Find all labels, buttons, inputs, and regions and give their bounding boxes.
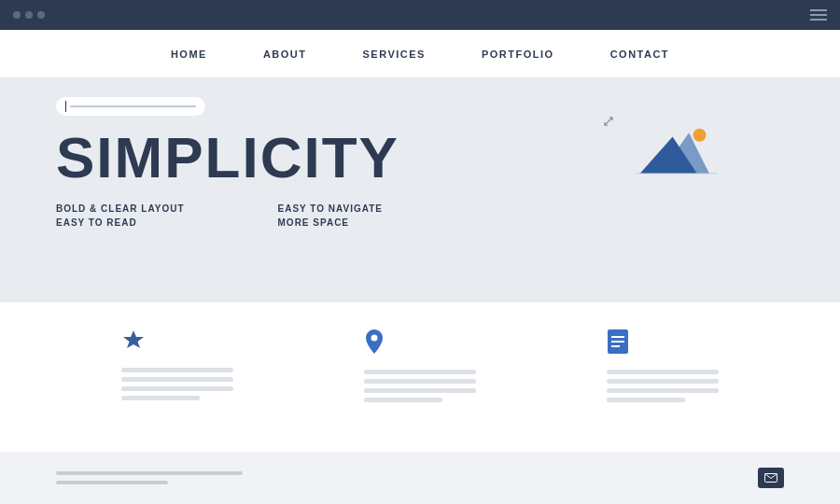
star-icon [121, 329, 146, 358]
nav-home[interactable]: HOME [171, 49, 207, 60]
footer [0, 452, 840, 504]
hero-features: BOLD & CLEAR LAYOUT EASY TO READ EASY TO… [56, 203, 784, 228]
search-line [70, 105, 196, 107]
hero-feature-bold: BOLD & CLEAR LAYOUT [56, 203, 185, 214]
feature-lines-2 [364, 370, 476, 402]
resize-icon [601, 114, 616, 132]
svg-line-0 [605, 118, 612, 125]
footer-line-short [56, 481, 168, 484]
footer-lines [56, 471, 243, 484]
hero-section: SIMPLICITY BOLD & CLEAR LAYOUT EASY TO R… [0, 78, 840, 302]
feature-line [121, 386, 233, 391]
topbar [0, 0, 840, 30]
dot-1 [13, 11, 21, 19]
document-icon [607, 329, 629, 360]
feature-line [364, 379, 476, 384]
feature-line-short [607, 398, 685, 402]
mountain-illustration [635, 120, 719, 189]
feature-line [364, 370, 476, 374]
nav-about[interactable]: ABOUT [263, 49, 307, 60]
search-cursor [65, 101, 66, 112]
feature-line [607, 370, 719, 374]
feature-lines-1 [121, 368, 233, 400]
feature-line [364, 388, 476, 393]
pin-icon [364, 329, 385, 360]
feature-line-short [121, 396, 200, 400]
feature-line [607, 388, 719, 393]
feature-line [121, 377, 233, 382]
navbar: HOME ABOUT SERVICES PORTFOLIO CONTACT [0, 30, 840, 78]
dot-3 [37, 11, 45, 19]
svg-marker-5 [123, 330, 144, 348]
svg-point-6 [371, 335, 378, 342]
dot-2 [25, 11, 33, 19]
nav-services[interactable]: SERVICES [363, 49, 426, 60]
search-bar[interactable] [56, 97, 205, 116]
feature-card-pin [364, 329, 476, 433]
hero-feature-right: EASY TO NAVIGATE MORE SPACE [278, 203, 384, 228]
feature-card-star [121, 329, 233, 433]
hero-feature-left: BOLD & CLEAR LAYOUT EASY TO READ [56, 203, 185, 228]
feature-card-doc [607, 329, 719, 433]
nav-contact[interactable]: CONTACT [610, 49, 669, 60]
window-dots [13, 11, 45, 19]
footer-email-icon[interactable] [758, 468, 784, 488]
hero-feature-navigate: EASY TO NAVIGATE [278, 203, 384, 214]
feature-line [607, 379, 719, 384]
hamburger-menu[interactable] [810, 9, 827, 21]
svg-point-1 [693, 129, 707, 142]
features-section [0, 302, 840, 452]
feature-lines-3 [607, 370, 719, 402]
footer-line-long [56, 471, 243, 475]
hero-feature-space: MORE SPACE [278, 217, 384, 228]
nav-portfolio[interactable]: PORTFOLIO [482, 49, 554, 60]
hero-feature-read: EASY TO READ [56, 217, 185, 228]
feature-line [121, 368, 233, 372]
feature-line-short [364, 398, 442, 402]
